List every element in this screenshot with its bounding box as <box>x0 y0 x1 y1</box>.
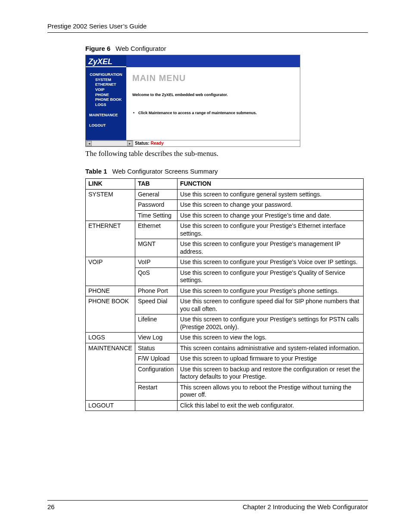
logo-zyxel: ZyXEL <box>86 58 126 67</box>
chapter-title: Chapter 2 Introducing the Web Configurat… <box>243 503 368 510</box>
cell-tab: View Log <box>135 333 177 343</box>
cell-function: Use this screen to configure your Presti… <box>177 314 363 333</box>
cell-tab: Phone Port <box>135 286 177 296</box>
figure-label: Figure 6 <box>85 45 110 52</box>
cell-function: Use this screen to configure general sys… <box>177 189 363 200</box>
sidebar-item-phone-book[interactable]: PHONE BOOK <box>86 97 126 103</box>
cell-tab: QoS <box>135 268 177 286</box>
cell-function: Use this screen to configure your Presti… <box>177 286 363 296</box>
cell-function: Use this screen to configure your Presti… <box>177 239 363 257</box>
table-title: Web Configurator Screens Summary <box>112 168 218 175</box>
cell-tab: Time Setting <box>135 210 177 221</box>
sidebar-item-phone[interactable]: PHONE <box>86 93 126 98</box>
table-row: LOGOUTClick this label to exit the web c… <box>86 400 364 411</box>
cell-link: SYSTEM <box>86 189 135 221</box>
cell-link: VOIP <box>86 257 135 286</box>
cell-link: LOGS <box>86 333 135 343</box>
cell-function: Use this screen to change your Prestige’… <box>177 210 363 221</box>
table-row: VOIPVoIPUse this screen to configure you… <box>86 257 364 268</box>
cell-function: Use this screen to view the logs. <box>177 333 363 343</box>
table-caption: Table 1Web Configurator Screens Summary <box>85 168 368 175</box>
sidebar-item-voip[interactable]: VOIP <box>86 87 126 93</box>
sidebar-item-system[interactable]: SYSTEM <box>86 78 126 83</box>
cell-function: Use this screen to configure your Presti… <box>177 268 363 286</box>
main-menu-welcome: Welcome to the ZyXEL embedded web config… <box>132 93 294 97</box>
cell-function: Use this screen to configure your Presti… <box>177 221 363 239</box>
table-label: Table 1 <box>85 168 107 175</box>
cell-function: Use this screen to configure speed dial … <box>177 296 363 314</box>
cell-tab: General <box>135 189 177 200</box>
cell-function: Use this screen to backup and restore th… <box>177 364 363 382</box>
main-menu-bullet: Click Maintenance to access a range of m… <box>132 111 294 115</box>
cell-tab: Password <box>135 200 177 211</box>
cell-function: This screen contains administrative and … <box>177 343 363 354</box>
cell-tab: Lifeline <box>135 314 177 333</box>
cell-link: MAINTENANCE <box>86 343 135 400</box>
cell-tab <box>135 400 177 411</box>
sidebar-maintenance[interactable]: MAINTENANCE <box>86 113 126 118</box>
cell-function: Use this screen to upload firmware to yo… <box>177 354 363 364</box>
paragraph-after-figure: The following table describes the sub-me… <box>85 149 368 158</box>
table-row: MAINTENANCEStatusThis screen contains ad… <box>86 343 364 354</box>
cell-tab: Ethernet <box>135 221 177 239</box>
figure-title: Web Configurator <box>115 45 166 52</box>
running-header: Prestige 2002 Series User’s Guide <box>47 22 368 33</box>
main-menu-heading: MAIN MENU <box>132 73 294 83</box>
figure-caption: Figure 6Web Configurator <box>85 45 368 52</box>
cell-link: PHONE BOOK <box>86 296 135 333</box>
status-label: Status: <box>135 141 149 146</box>
figure-banner <box>126 55 300 67</box>
page-footer: 26 Chapter 2 Introducing the Web Configu… <box>47 500 368 510</box>
th-link: LINK <box>86 179 135 190</box>
th-tab: TAB <box>135 179 177 190</box>
status-value: Ready <box>151 141 164 146</box>
scroll-right-icon[interactable]: ▸ <box>127 141 132 146</box>
th-function: FUNCTION <box>177 179 363 190</box>
table-row: PHONEPhone PortUse this screen to config… <box>86 286 364 296</box>
table-row: LOGSView LogUse this screen to view the … <box>86 333 364 343</box>
table-screens-summary: LINK TAB FUNCTION SYSTEMGeneralUse this … <box>85 178 364 411</box>
cell-tab: Speed Dial <box>135 296 177 314</box>
sidebar-item-logs[interactable]: LOGS <box>86 103 126 108</box>
cell-link: LOGOUT <box>86 400 135 411</box>
sidebar-configuration[interactable]: CONFIGURATION <box>86 72 126 78</box>
table-row: ETHERNETEthernetUse this screen to confi… <box>86 221 364 239</box>
cell-link: PHONE <box>86 286 135 296</box>
cell-function: Use this screen to change your password. <box>177 200 363 211</box>
cell-tab: F/W Upload <box>135 354 177 364</box>
table-row: PHONE BOOKSpeed DialUse this screen to c… <box>86 296 364 314</box>
table-row: SYSTEMGeneralUse this screen to configur… <box>86 189 364 200</box>
scroll-left-icon[interactable]: ◂ <box>87 141 92 146</box>
sidebar-item-ethernet[interactable]: ETHERNET <box>86 82 126 87</box>
cell-tab: Status <box>135 343 177 354</box>
cell-function: Use this screen to configure your Presti… <box>177 257 363 268</box>
cell-tab: MGNT <box>135 239 177 257</box>
sidebar-logout[interactable]: LOGOUT <box>86 123 126 128</box>
cell-function: This screen allows you to reboot the Pre… <box>177 382 363 400</box>
cell-link: ETHERNET <box>86 221 135 257</box>
cell-tab: VoIP <box>135 257 177 268</box>
horizontal-scrollbar[interactable]: ◂ ▸ <box>86 140 133 146</box>
cell-tab: Restart <box>135 382 177 400</box>
figure-sidebar: ZyXEL CONFIGURATION SYSTEM ETHERNET VOIP… <box>86 55 126 140</box>
figure-status-bar: ◂ ▸ Status: Ready <box>86 140 300 146</box>
page-number: 26 <box>47 503 55 510</box>
cell-function: Click this label to exit the web configu… <box>177 400 363 411</box>
figure-web-configurator: ZyXEL CONFIGURATION SYSTEM ETHERNET VOIP… <box>85 55 300 147</box>
cell-tab: Configuration <box>135 364 177 382</box>
